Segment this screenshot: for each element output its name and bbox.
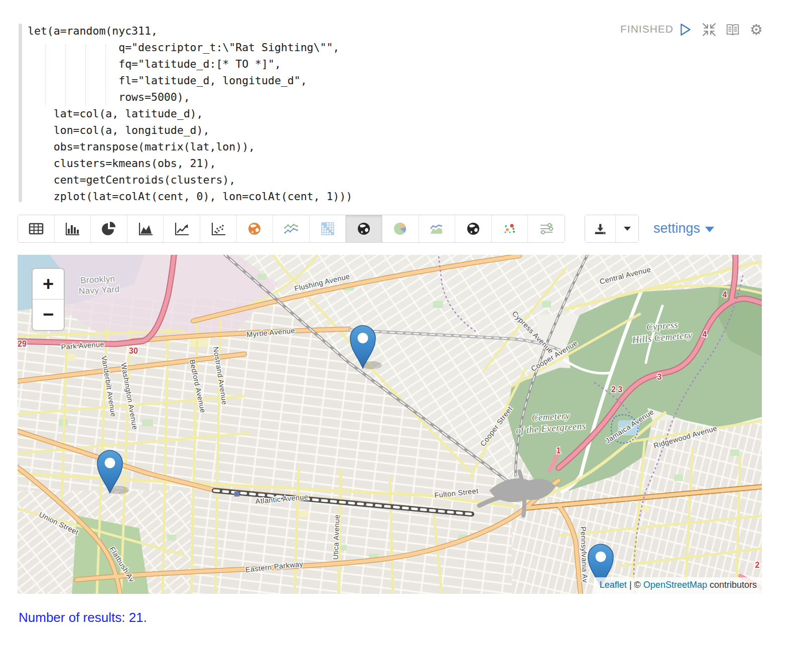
code-editor[interactable]: let(a=random(nyc311, q="descriptor_t:\"R… (28, 23, 352, 205)
download-button[interactable] (585, 215, 616, 242)
pie-chart-icon (100, 221, 117, 236)
settings-label: settings (653, 221, 700, 236)
route-shield: 4 (703, 330, 707, 339)
contributors-text: contributors (710, 580, 757, 590)
map-container: Brooklyn Navy Yard Park Avenue Flushing … (18, 255, 762, 594)
area-chart-icon (137, 221, 154, 236)
route-shield: 30 (129, 347, 138, 355)
collapse-icon[interactable] (702, 22, 717, 37)
viz-grid-matrix-button[interactable] (310, 215, 346, 242)
viz-map-dark2-button[interactable] (455, 215, 492, 242)
zeppelin-paragraph: let(a=random(nyc311, q="descriptor_t:\"R… (0, 0, 812, 645)
viz-scatter-color-button[interactable] (492, 215, 528, 242)
run-play-icon[interactable] (678, 22, 693, 37)
grid-matrix-icon (319, 221, 336, 236)
settings-toggle[interactable]: settings (653, 221, 714, 236)
pie-color-icon (392, 221, 409, 236)
bar-chart-icon (64, 221, 81, 236)
attribution-divider: | (629, 580, 632, 590)
viz-pie-chart-button[interactable] (91, 215, 127, 242)
globe-orange-icon (246, 221, 263, 236)
scatter-chart-icon (210, 221, 227, 236)
chevron-down-icon (623, 226, 631, 231)
zoom-in-button[interactable]: + (33, 269, 64, 299)
gear-icon[interactable]: ⚙ (749, 22, 764, 37)
map-label-brooklyn-navy-yard: Brooklyn (80, 274, 115, 285)
viz-scatter-chart-button[interactable] (200, 215, 237, 242)
route-shield: 1 (557, 446, 561, 455)
leaflet-link[interactable]: Leaflet (600, 580, 627, 590)
sliders-icon (538, 221, 555, 236)
code-gutter (19, 24, 22, 202)
route-shield: 3 (657, 373, 662, 381)
viz-table-button[interactable] (18, 215, 55, 242)
indent-guide (85, 44, 86, 106)
book-icon[interactable] (725, 22, 740, 37)
copyright-symbol: © (634, 580, 641, 590)
viz-pie-color-button[interactable] (382, 215, 419, 242)
result-count-text: Number of results: 21. (19, 610, 147, 625)
viz-sliders-button[interactable] (528, 215, 565, 242)
multi-line-chart-icon (283, 221, 300, 236)
viz-line-chart-button[interactable] (164, 215, 200, 242)
indent-guide (105, 44, 106, 106)
viz-map-dark-button[interactable] (346, 215, 382, 242)
route-shield: 29 (18, 340, 27, 348)
zoom-out-button[interactable]: − (33, 299, 64, 330)
status-badge: FINISHED (620, 23, 673, 35)
visualization-toolbar (18, 215, 565, 243)
map-attribution: Leaflet | © OpenStreetMap contributors (594, 577, 762, 594)
viz-bar-chart-button[interactable] (55, 215, 91, 242)
scatter-color-icon (501, 221, 518, 236)
line-chart-icon (173, 221, 190, 236)
indent-guide (45, 44, 46, 106)
openstreetmap-link[interactable]: OpenStreetMap (643, 580, 707, 590)
globe-dark-icon (355, 221, 372, 236)
paragraph-controls: ⚙ (678, 22, 764, 37)
download-icon (593, 222, 608, 236)
viz-multi-line-button[interactable] (273, 215, 310, 242)
chevron-down-icon (705, 227, 714, 232)
viz-area-chart-button[interactable] (127, 215, 164, 242)
table-icon (28, 221, 45, 236)
globe-dark2-icon (465, 221, 482, 236)
map-zoom-control: + − (32, 268, 65, 331)
viz-map-orange-button[interactable] (237, 215, 274, 242)
map-canvas[interactable]: Brooklyn Navy Yard Park Avenue Flushing … (18, 255, 762, 594)
map-label-utica-avenue: Utica Avenue (331, 515, 341, 560)
viz-area-color-button[interactable] (419, 215, 456, 242)
route-shield: 2 (755, 561, 760, 569)
download-caret-button[interactable] (616, 215, 638, 242)
route-shield: 4 (723, 290, 727, 299)
area-color-icon (428, 221, 445, 236)
download-button-group (585, 215, 639, 243)
route-shield: 2 3 (611, 385, 622, 394)
indent-guide (65, 44, 66, 106)
